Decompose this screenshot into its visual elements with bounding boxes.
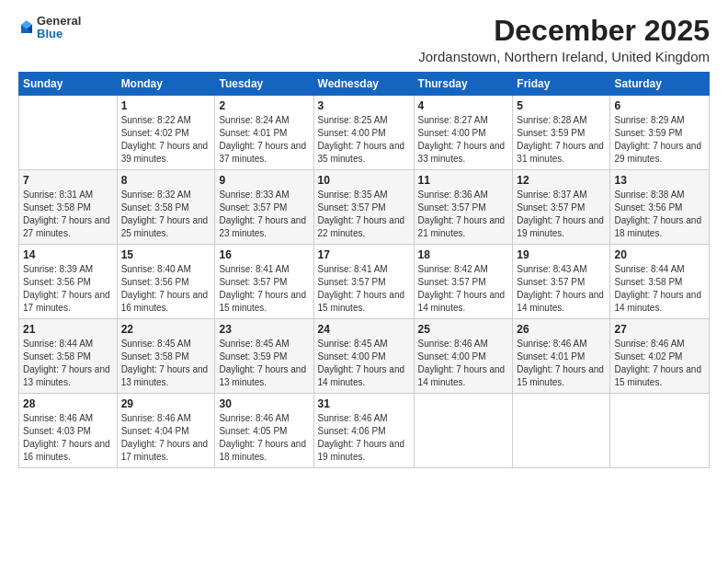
day-number: 14 <box>23 248 113 261</box>
day-number: 19 <box>517 248 606 261</box>
day-info: Sunrise: 8:46 AMSunset: 4:01 PMDaylight:… <box>517 338 606 389</box>
day-info: Sunrise: 8:44 AMSunset: 3:58 PMDaylight:… <box>23 338 113 389</box>
day-info: Sunrise: 8:31 AMSunset: 3:58 PMDaylight:… <box>23 189 113 240</box>
day-info: Sunrise: 8:46 AMSunset: 4:06 PMDaylight:… <box>318 412 410 464</box>
day-info: Sunrise: 8:45 AMSunset: 3:58 PMDaylight:… <box>121 338 211 389</box>
day-cell: 10Sunrise: 8:35 AMSunset: 3:57 PMDayligh… <box>313 170 414 245</box>
weekday-header-thursday: Thursday <box>414 73 513 96</box>
day-cell <box>414 394 513 468</box>
title-block: December 2025 Jordanstown, Northern Irel… <box>418 15 710 64</box>
day-cell: 29Sunrise: 8:46 AMSunset: 4:04 PMDayligh… <box>117 394 215 468</box>
day-info: Sunrise: 8:27 AMSunset: 4:00 PMDaylight:… <box>418 114 509 166</box>
day-info: Sunrise: 8:36 AMSunset: 3:57 PMDaylight:… <box>418 189 509 240</box>
day-number: 28 <box>23 397 113 410</box>
weekday-header-row: SundayMondayTuesdayWednesdayThursdayFrid… <box>19 73 710 96</box>
day-info: Sunrise: 8:28 AMSunset: 3:59 PMDaylight:… <box>517 114 606 166</box>
day-cell: 4Sunrise: 8:27 AMSunset: 4:00 PMDaylight… <box>414 96 513 170</box>
day-cell: 14Sunrise: 8:39 AMSunset: 3:56 PMDayligh… <box>19 245 118 319</box>
day-number: 23 <box>219 323 309 336</box>
day-info: Sunrise: 8:37 AMSunset: 3:57 PMDaylight:… <box>517 189 606 240</box>
day-number: 17 <box>318 248 410 261</box>
day-cell: 7Sunrise: 8:31 AMSunset: 3:58 PMDaylight… <box>19 170 118 245</box>
day-info: Sunrise: 8:41 AMSunset: 3:57 PMDaylight:… <box>318 263 410 315</box>
day-cell: 11Sunrise: 8:36 AMSunset: 3:57 PMDayligh… <box>414 170 513 245</box>
day-cell: 9Sunrise: 8:33 AMSunset: 3:57 PMDaylight… <box>215 170 313 245</box>
day-cell <box>610 394 710 468</box>
day-info: Sunrise: 8:25 AMSunset: 4:00 PMDaylight:… <box>318 114 410 166</box>
day-cell: 21Sunrise: 8:44 AMSunset: 3:58 PMDayligh… <box>19 319 118 394</box>
day-cell: 19Sunrise: 8:43 AMSunset: 3:57 PMDayligh… <box>513 245 610 319</box>
day-number: 30 <box>219 397 309 410</box>
day-info: Sunrise: 8:44 AMSunset: 3:58 PMDaylight:… <box>614 263 705 315</box>
weekday-header-monday: Monday <box>117 73 215 96</box>
day-number: 18 <box>418 248 509 261</box>
logo-blue-label: Blue <box>37 28 81 40</box>
day-number: 11 <box>418 174 509 187</box>
day-number: 8 <box>121 174 211 187</box>
day-info: Sunrise: 8:22 AMSunset: 4:02 PMDaylight:… <box>121 114 211 166</box>
day-cell: 3Sunrise: 8:25 AMSunset: 4:00 PMDaylight… <box>313 96 414 170</box>
week-row-1: 1Sunrise: 8:22 AMSunset: 4:02 PMDaylight… <box>19 96 710 170</box>
day-number: 2 <box>219 99 309 112</box>
day-info: Sunrise: 8:39 AMSunset: 3:56 PMDaylight:… <box>23 263 113 315</box>
day-number: 27 <box>614 323 705 336</box>
logo-text: General Blue <box>37 15 81 41</box>
day-number: 7 <box>23 174 113 187</box>
day-number: 13 <box>614 174 705 187</box>
day-number: 5 <box>517 99 606 112</box>
day-info: Sunrise: 8:45 AMSunset: 4:00 PMDaylight:… <box>318 338 410 389</box>
day-info: Sunrise: 8:46 AMSunset: 4:02 PMDaylight:… <box>614 338 705 389</box>
day-info: Sunrise: 8:45 AMSunset: 3:59 PMDaylight:… <box>219 338 309 389</box>
day-cell: 17Sunrise: 8:41 AMSunset: 3:57 PMDayligh… <box>313 245 414 319</box>
day-cell: 5Sunrise: 8:28 AMSunset: 3:59 PMDaylight… <box>513 96 610 170</box>
logo: General Blue <box>18 15 81 41</box>
header: General Blue December 2025 Jordanstown, … <box>18 15 710 64</box>
day-number: 9 <box>219 174 309 187</box>
location: Jordanstown, Northern Ireland, United Ki… <box>418 49 710 64</box>
day-cell: 8Sunrise: 8:32 AMSunset: 3:58 PMDaylight… <box>117 170 215 245</box>
day-info: Sunrise: 8:24 AMSunset: 4:01 PMDaylight:… <box>219 114 309 166</box>
day-number: 4 <box>418 99 509 112</box>
weekday-header-friday: Friday <box>513 73 610 96</box>
day-number: 26 <box>517 323 606 336</box>
day-cell: 20Sunrise: 8:44 AMSunset: 3:58 PMDayligh… <box>610 245 710 319</box>
day-info: Sunrise: 8:46 AMSunset: 4:00 PMDaylight:… <box>418 338 509 389</box>
weekday-header-sunday: Sunday <box>19 73 118 96</box>
day-info: Sunrise: 8:46 AMSunset: 4:04 PMDaylight:… <box>121 412 211 464</box>
week-row-2: 7Sunrise: 8:31 AMSunset: 3:58 PMDaylight… <box>19 170 710 245</box>
day-cell: 28Sunrise: 8:46 AMSunset: 4:03 PMDayligh… <box>19 394 118 468</box>
day-info: Sunrise: 8:38 AMSunset: 3:56 PMDaylight:… <box>614 189 705 240</box>
day-cell: 23Sunrise: 8:45 AMSunset: 3:59 PMDayligh… <box>215 319 313 394</box>
day-cell: 30Sunrise: 8:46 AMSunset: 4:05 PMDayligh… <box>215 394 313 468</box>
day-info: Sunrise: 8:43 AMSunset: 3:57 PMDaylight:… <box>517 263 606 315</box>
day-info: Sunrise: 8:33 AMSunset: 3:57 PMDaylight:… <box>219 189 309 240</box>
day-cell: 25Sunrise: 8:46 AMSunset: 4:00 PMDayligh… <box>414 319 513 394</box>
day-info: Sunrise: 8:46 AMSunset: 4:05 PMDaylight:… <box>219 412 309 464</box>
day-info: Sunrise: 8:46 AMSunset: 4:03 PMDaylight:… <box>23 412 113 464</box>
day-number: 10 <box>318 174 410 187</box>
day-cell <box>513 394 610 468</box>
day-info: Sunrise: 8:32 AMSunset: 3:58 PMDaylight:… <box>121 189 211 240</box>
day-cell: 1Sunrise: 8:22 AMSunset: 4:02 PMDaylight… <box>117 96 215 170</box>
month-title: December 2025 <box>418 15 710 47</box>
day-cell: 2Sunrise: 8:24 AMSunset: 4:01 PMDaylight… <box>215 96 313 170</box>
day-cell <box>19 96 118 170</box>
day-info: Sunrise: 8:35 AMSunset: 3:57 PMDaylight:… <box>318 189 410 240</box>
day-cell: 6Sunrise: 8:29 AMSunset: 3:59 PMDaylight… <box>610 96 710 170</box>
day-cell: 22Sunrise: 8:45 AMSunset: 3:58 PMDayligh… <box>117 319 215 394</box>
day-number: 24 <box>318 323 410 336</box>
page: General Blue December 2025 Jordanstown, … <box>0 0 728 563</box>
day-number: 3 <box>318 99 410 112</box>
day-info: Sunrise: 8:29 AMSunset: 3:59 PMDaylight:… <box>614 114 705 166</box>
day-number: 6 <box>614 99 705 112</box>
week-row-3: 14Sunrise: 8:39 AMSunset: 3:56 PMDayligh… <box>19 245 710 319</box>
day-info: Sunrise: 8:40 AMSunset: 3:56 PMDaylight:… <box>121 263 211 315</box>
weekday-header-wednesday: Wednesday <box>313 73 414 96</box>
day-number: 22 <box>121 323 211 336</box>
day-number: 12 <box>517 174 606 187</box>
day-number: 15 <box>121 248 211 261</box>
day-number: 21 <box>23 323 113 336</box>
week-row-4: 21Sunrise: 8:44 AMSunset: 3:58 PMDayligh… <box>19 319 710 394</box>
week-row-5: 28Sunrise: 8:46 AMSunset: 4:03 PMDayligh… <box>19 394 710 468</box>
day-number: 1 <box>121 99 211 112</box>
